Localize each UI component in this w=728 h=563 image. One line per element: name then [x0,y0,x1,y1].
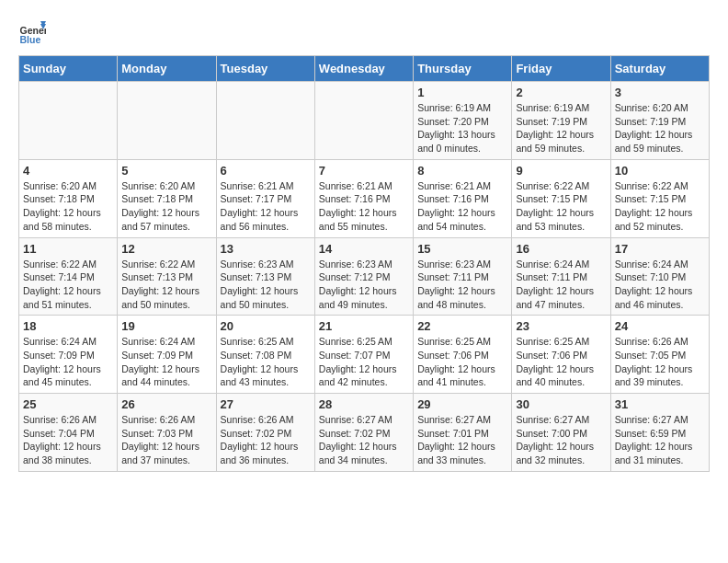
calendar-cell: 18Sunrise: 6:24 AMSunset: 7:09 PMDayligh… [19,316,118,394]
day-info: Sunrise: 6:22 AMSunset: 7:13 PMDaylight:… [121,258,211,312]
weekday-header-tuesday: Tuesday [216,56,314,82]
day-info: Sunrise: 6:20 AMSunset: 7:19 PMDaylight:… [615,101,705,155]
day-number: 13 [221,242,311,256]
day-info: Sunrise: 6:23 AMSunset: 7:11 PMDaylight:… [417,258,507,312]
day-info: Sunrise: 6:25 AMSunset: 7:06 PMDaylight:… [516,335,606,389]
day-info: Sunrise: 6:26 AMSunset: 7:03 PMDaylight:… [121,413,211,467]
svg-text:Blue: Blue [20,34,41,45]
calendar-cell: 22Sunrise: 6:25 AMSunset: 7:06 PMDayligh… [414,316,512,394]
calendar-cell: 31Sunrise: 6:27 AMSunset: 6:59 PMDayligh… [610,394,709,472]
day-number: 20 [221,319,311,333]
logo-icon: General Blue [18,18,46,46]
calendar-cell: 20Sunrise: 6:25 AMSunset: 7:08 PMDayligh… [216,316,314,394]
calendar-cell [216,82,314,160]
calendar-cell: 5Sunrise: 6:20 AMSunset: 7:18 PMDaylight… [118,159,216,237]
day-info: Sunrise: 6:25 AMSunset: 7:07 PMDaylight:… [319,335,409,389]
calendar-cell: 4Sunrise: 6:20 AMSunset: 7:18 PMDaylight… [19,159,118,237]
day-info: Sunrise: 6:27 AMSunset: 6:59 PMDaylight:… [615,413,705,467]
calendar-cell: 30Sunrise: 6:27 AMSunset: 7:00 PMDayligh… [512,394,610,472]
calendar-cell [314,82,413,160]
calendar-cell: 24Sunrise: 6:26 AMSunset: 7:05 PMDayligh… [610,316,709,394]
day-info: Sunrise: 6:22 AMSunset: 7:14 PMDaylight:… [23,258,113,312]
day-number: 6 [221,164,311,178]
calendar-cell: 21Sunrise: 6:25 AMSunset: 7:07 PMDayligh… [314,316,413,394]
calendar-table: SundayMondayTuesdayWednesdayThursdayFrid… [18,55,710,472]
day-number: 14 [319,242,409,256]
day-info: Sunrise: 6:24 AMSunset: 7:09 PMDaylight:… [23,335,113,389]
day-number: 26 [121,397,211,411]
calendar-cell: 7Sunrise: 6:21 AMSunset: 7:16 PMDaylight… [314,159,413,237]
day-info: Sunrise: 6:26 AMSunset: 7:05 PMDaylight:… [615,335,705,389]
day-number: 1 [417,86,507,99]
day-info: Sunrise: 6:21 AMSunset: 7:16 PMDaylight:… [319,179,409,234]
calendar-cell: 2Sunrise: 6:19 AMSunset: 7:19 PMDaylight… [512,82,610,160]
day-info: Sunrise: 6:27 AMSunset: 7:00 PMDaylight:… [516,413,606,467]
day-number: 5 [121,164,211,178]
day-info: Sunrise: 6:24 AMSunset: 7:11 PMDaylight:… [516,258,606,312]
logo: General Blue [18,18,50,46]
day-info: Sunrise: 6:26 AMSunset: 7:02 PMDaylight:… [221,413,311,467]
day-info: Sunrise: 6:20 AMSunset: 7:18 PMDaylight:… [121,179,211,234]
day-info: Sunrise: 6:27 AMSunset: 7:02 PMDaylight:… [319,413,409,467]
calendar-cell: 6Sunrise: 6:21 AMSunset: 7:17 PMDaylight… [216,159,314,237]
calendar-header: SundayMondayTuesdayWednesdayThursdayFrid… [19,56,710,82]
calendar-cell: 19Sunrise: 6:24 AMSunset: 7:09 PMDayligh… [118,316,216,394]
calendar-cell: 17Sunrise: 6:24 AMSunset: 7:10 PMDayligh… [610,237,709,316]
weekday-header-saturday: Saturday [610,56,709,82]
weekday-header-thursday: Thursday [414,56,512,82]
weekday-header-sunday: Sunday [19,56,118,82]
day-number: 30 [516,397,606,411]
day-info: Sunrise: 6:21 AMSunset: 7:16 PMDaylight:… [417,179,507,234]
calendar-cell: 14Sunrise: 6:23 AMSunset: 7:12 PMDayligh… [314,237,413,316]
day-info: Sunrise: 6:24 AMSunset: 7:10 PMDaylight:… [615,258,705,312]
day-info: Sunrise: 6:27 AMSunset: 7:01 PMDaylight:… [417,413,507,467]
calendar-cell: 3Sunrise: 6:20 AMSunset: 7:19 PMDaylight… [610,82,709,160]
day-info: Sunrise: 6:23 AMSunset: 7:13 PMDaylight:… [221,258,311,312]
day-info: Sunrise: 6:26 AMSunset: 7:04 PMDaylight:… [23,413,113,467]
calendar-cell: 16Sunrise: 6:24 AMSunset: 7:11 PMDayligh… [512,237,610,316]
day-number: 4 [23,164,113,178]
day-number: 11 [23,242,113,256]
day-number: 25 [23,397,113,411]
day-number: 27 [221,397,311,411]
day-number: 7 [319,164,409,178]
weekday-header-friday: Friday [512,56,610,82]
day-number: 17 [615,242,705,256]
day-info: Sunrise: 6:20 AMSunset: 7:18 PMDaylight:… [23,179,113,234]
calendar-cell: 28Sunrise: 6:27 AMSunset: 7:02 PMDayligh… [314,394,413,472]
day-number: 31 [615,397,705,411]
day-number: 12 [121,242,211,256]
calendar-cell: 13Sunrise: 6:23 AMSunset: 7:13 PMDayligh… [216,237,314,316]
calendar-cell: 29Sunrise: 6:27 AMSunset: 7:01 PMDayligh… [414,394,512,472]
weekday-header-wednesday: Wednesday [314,56,413,82]
day-number: 16 [516,242,606,256]
calendar-cell: 23Sunrise: 6:25 AMSunset: 7:06 PMDayligh… [512,316,610,394]
day-info: Sunrise: 6:22 AMSunset: 7:15 PMDaylight:… [516,179,606,234]
calendar-cell: 25Sunrise: 6:26 AMSunset: 7:04 PMDayligh… [19,394,118,472]
day-number: 8 [417,164,507,178]
calendar-cell: 9Sunrise: 6:22 AMSunset: 7:15 PMDaylight… [512,159,610,237]
day-info: Sunrise: 6:23 AMSunset: 7:12 PMDaylight:… [319,258,409,312]
calendar-cell: 1Sunrise: 6:19 AMSunset: 7:20 PMDaylight… [414,82,512,160]
day-info: Sunrise: 6:21 AMSunset: 7:17 PMDaylight:… [221,179,311,234]
calendar-cell: 27Sunrise: 6:26 AMSunset: 7:02 PMDayligh… [216,394,314,472]
day-number: 18 [23,319,113,333]
day-info: Sunrise: 6:24 AMSunset: 7:09 PMDaylight:… [121,335,211,389]
calendar-cell [19,82,118,160]
day-info: Sunrise: 6:19 AMSunset: 7:20 PMDaylight:… [417,101,507,155]
day-number: 28 [319,397,409,411]
day-number: 19 [121,319,211,333]
day-number: 10 [615,164,705,178]
calendar-cell [118,82,216,160]
day-number: 22 [417,319,507,333]
page-header: General Blue [18,18,710,46]
day-number: 23 [516,319,606,333]
day-number: 3 [615,86,705,99]
day-number: 24 [615,319,705,333]
day-number: 21 [319,319,409,333]
day-info: Sunrise: 6:25 AMSunset: 7:08 PMDaylight:… [221,335,311,389]
day-info: Sunrise: 6:25 AMSunset: 7:06 PMDaylight:… [417,335,507,389]
day-info: Sunrise: 6:22 AMSunset: 7:15 PMDaylight:… [615,179,705,234]
weekday-header-monday: Monday [118,56,216,82]
day-info: Sunrise: 6:19 AMSunset: 7:19 PMDaylight:… [516,101,606,155]
